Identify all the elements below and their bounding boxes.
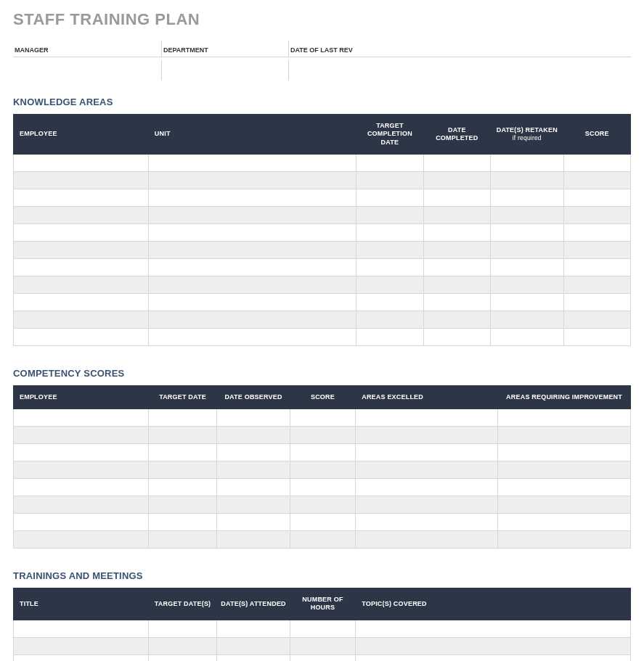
cell-retaken[interactable] (491, 223, 563, 241)
cell-target-date[interactable] (356, 241, 423, 258)
cell-retaken[interactable] (491, 171, 563, 189)
cell-date-completed[interactable] (423, 171, 490, 189)
cell-date-observed[interactable] (217, 479, 290, 496)
cell-date-observed[interactable] (217, 531, 290, 549)
cell-target-date[interactable] (148, 531, 216, 549)
cell-improve[interactable] (498, 496, 631, 514)
cell-date-completed[interactable] (423, 258, 490, 276)
cell-retaken[interactable] (491, 189, 563, 206)
cell-target-date[interactable] (148, 479, 216, 496)
cell-retaken[interactable] (491, 258, 563, 276)
cell-employee[interactable] (14, 328, 149, 345)
cell-date-completed[interactable] (423, 223, 490, 241)
cell-target-date[interactable] (148, 409, 216, 427)
cell-date-observed[interactable] (217, 427, 290, 444)
cell-score[interactable] (290, 461, 355, 479)
cell-score[interactable] (563, 189, 630, 206)
cell-employee[interactable] (14, 223, 149, 241)
cell-employee[interactable] (14, 189, 149, 206)
cell-target-date[interactable] (356, 154, 423, 171)
cell-retaken[interactable] (491, 293, 563, 311)
cell-unit[interactable] (148, 171, 356, 189)
cell-unit[interactable] (148, 328, 356, 345)
cell-target-date[interactable] (356, 171, 423, 189)
cell-improve[interactable] (498, 409, 631, 427)
cell-excelled[interactable] (356, 444, 498, 461)
cell-target-date[interactable] (356, 293, 423, 311)
cell-employee[interactable] (14, 427, 149, 444)
cell-target-date[interactable] (148, 461, 216, 479)
cell-employee[interactable] (14, 531, 149, 549)
cell-excelled[interactable] (356, 479, 498, 496)
cell-score[interactable] (290, 496, 355, 514)
cell-date-observed[interactable] (217, 444, 290, 461)
cell-target-date[interactable] (356, 189, 423, 206)
cell-excelled[interactable] (356, 514, 498, 531)
cell-target-date[interactable] (356, 258, 423, 276)
cell-topics[interactable] (356, 637, 631, 654)
cell-employee[interactable] (14, 514, 149, 531)
cell-target-date[interactable] (356, 223, 423, 241)
cell-target-date[interactable] (356, 311, 423, 328)
cell-unit[interactable] (148, 154, 356, 171)
cell-target-date[interactable] (148, 427, 216, 444)
cell-retaken[interactable] (491, 276, 563, 293)
cell-unit[interactable] (148, 189, 356, 206)
cell-target-dates[interactable] (148, 654, 216, 661)
cell-unit[interactable] (148, 293, 356, 311)
cell-hours[interactable] (290, 637, 355, 654)
cell-excelled[interactable] (356, 409, 498, 427)
cell-score[interactable] (563, 276, 630, 293)
cell-title[interactable] (14, 654, 149, 661)
cell-retaken[interactable] (491, 328, 563, 345)
cell-employee[interactable] (14, 311, 149, 328)
cell-target-dates[interactable] (148, 620, 216, 637)
cell-hours[interactable] (290, 620, 355, 637)
cell-employee[interactable] (14, 479, 149, 496)
cell-employee[interactable] (14, 293, 149, 311)
cell-date-completed[interactable] (423, 293, 490, 311)
cell-title[interactable] (14, 620, 149, 637)
cell-employee[interactable] (14, 496, 149, 514)
cell-target-date[interactable] (148, 514, 216, 531)
cell-date-completed[interactable] (423, 241, 490, 258)
cell-date-completed[interactable] (423, 276, 490, 293)
cell-retaken[interactable] (491, 154, 563, 171)
cell-dates-attended[interactable] (217, 620, 290, 637)
cell-employee[interactable] (14, 258, 149, 276)
cell-target-dates[interactable] (148, 637, 216, 654)
cell-date-completed[interactable] (423, 328, 490, 345)
cell-unit[interactable] (148, 223, 356, 241)
cell-score[interactable] (563, 154, 630, 171)
cell-unit[interactable] (148, 258, 356, 276)
cell-unit[interactable] (148, 311, 356, 328)
cell-employee[interactable] (14, 409, 149, 427)
cell-date-completed[interactable] (423, 206, 490, 223)
cell-improve[interactable] (498, 444, 631, 461)
cell-target-date[interactable] (356, 206, 423, 223)
cell-improve[interactable] (498, 479, 631, 496)
cell-topics[interactable] (356, 654, 631, 661)
cell-score[interactable] (290, 427, 355, 444)
cell-date-observed[interactable] (217, 496, 290, 514)
cell-score[interactable] (290, 409, 355, 427)
cell-target-date[interactable] (148, 444, 216, 461)
cell-target-date[interactable] (356, 276, 423, 293)
cell-employee[interactable] (14, 276, 149, 293)
cell-date-observed[interactable] (217, 514, 290, 531)
cell-score[interactable] (563, 328, 630, 345)
cell-score[interactable] (563, 241, 630, 258)
cell-improve[interactable] (498, 514, 631, 531)
cell-date-completed[interactable] (423, 189, 490, 206)
cell-score[interactable] (290, 531, 355, 549)
cell-dates-attended[interactable] (217, 637, 290, 654)
cell-excelled[interactable] (356, 461, 498, 479)
cell-title[interactable] (14, 637, 149, 654)
cell-score[interactable] (563, 206, 630, 223)
cell-excelled[interactable] (356, 531, 498, 549)
cell-target-date[interactable] (356, 328, 423, 345)
cell-excelled[interactable] (356, 496, 498, 514)
cell-score[interactable] (563, 223, 630, 241)
cell-improve[interactable] (498, 427, 631, 444)
cell-employee[interactable] (14, 206, 149, 223)
